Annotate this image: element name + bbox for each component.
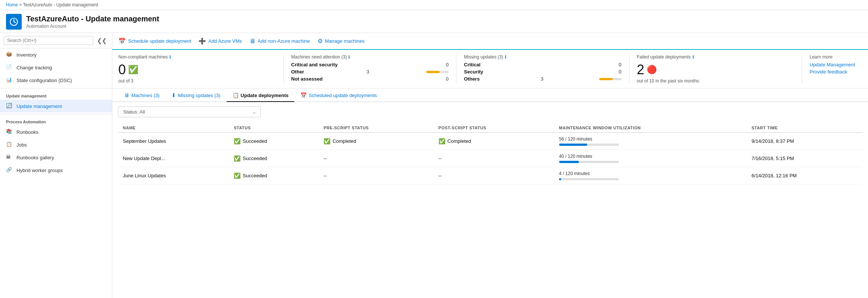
failed-count: 2 bbox=[637, 62, 644, 78]
missing-updates-info-icon[interactable]: ℹ bbox=[505, 54, 507, 60]
row2-post-script: -- bbox=[434, 150, 555, 167]
learn-more-title: Learn more bbox=[810, 54, 862, 60]
row2-name: New Update Depl... bbox=[118, 150, 229, 167]
tab-machines[interactable]: 🖥 Machines (3) bbox=[118, 88, 166, 102]
row1-start-time: 9/14/2018, 8:37 PM bbox=[747, 133, 862, 150]
missing-row-security: Security 0 bbox=[464, 69, 622, 75]
row3-start-time: 6/14/2018, 12:16 PM bbox=[747, 167, 862, 184]
row1-maintenance: 56 / 120 minutes bbox=[555, 133, 747, 150]
sidebar-item-inventory[interactable]: 📦 Inventory bbox=[0, 48, 112, 61]
tab-scheduled-icon: 📅 bbox=[300, 92, 307, 98]
row1-post-script: ✅ Completed bbox=[434, 133, 555, 150]
row1-pre-icon: ✅ bbox=[324, 138, 331, 145]
row1-post-icon: ✅ bbox=[438, 138, 446, 145]
non-compliant-out-of: out of 3 bbox=[118, 78, 276, 84]
row1-post-text: Completed bbox=[447, 138, 471, 144]
row1-pre-text: Completed bbox=[333, 138, 356, 144]
row3-post-script: -- bbox=[434, 167, 555, 184]
attention-other-label: Other bbox=[291, 69, 304, 75]
sidebar: ❮❮ 📦 Inventory 📄 Change tracking 📊 State… bbox=[0, 33, 112, 298]
add-azure-vms-button[interactable]: ➕ Add Azure VMs bbox=[198, 36, 242, 46]
update-management-link[interactable]: Update Management bbox=[810, 62, 862, 67]
missing-critical-label: Critical bbox=[464, 62, 480, 67]
missing-security-label: Security bbox=[464, 69, 483, 75]
status-filter-chevron-icon: ⌵ bbox=[253, 109, 256, 115]
missing-others-bar bbox=[599, 78, 622, 80]
add-non-azure-button[interactable]: 🖥 Add non-Azure machine bbox=[249, 36, 310, 46]
missing-row-critical: Critical 0 bbox=[464, 62, 622, 67]
attention-row-other: Other 3 bbox=[291, 69, 449, 75]
attention-row-notassessed: Not assessed 0 bbox=[291, 76, 449, 82]
tab-machines-label: Machines (3) bbox=[131, 93, 160, 98]
col-pre-script: PRE-SCRIPT STATUS bbox=[319, 123, 434, 133]
sidebar-item-update-management[interactable]: 🔄 Update management bbox=[0, 100, 112, 112]
row1-progress-bar bbox=[559, 144, 619, 146]
provide-feedback-link[interactable]: Provide feedback bbox=[810, 69, 862, 75]
sidebar-label-runbooks-gallery: Runbooks gallery bbox=[16, 155, 54, 160]
search-input[interactable] bbox=[4, 36, 93, 45]
add-azure-vms-icon: ➕ bbox=[198, 37, 206, 45]
sidebar-section-update-management: Update management bbox=[0, 90, 112, 100]
attention-critical-val: 0 bbox=[437, 62, 449, 67]
sidebar-item-runbooks-gallery[interactable]: 🏛 Runbooks gallery bbox=[0, 151, 112, 164]
row2-status: ✅ Succeeded bbox=[229, 150, 319, 167]
manage-machines-button[interactable]: ⚙ Manage machines bbox=[318, 36, 365, 46]
breadcrumb-home[interactable]: Home bbox=[6, 2, 18, 7]
breadcrumb-sep: > bbox=[19, 2, 22, 7]
breadcrumb: Home > TestAzureAuto - Update management bbox=[0, 0, 868, 10]
page-header-icon bbox=[6, 14, 22, 30]
tab-update-deployments[interactable]: 📋 Update deployments bbox=[227, 88, 295, 102]
breadcrumb-current: TestAzureAuto - Update management bbox=[23, 2, 98, 7]
row1-progress-fill bbox=[559, 144, 587, 146]
row2-status-icon: ✅ bbox=[234, 155, 241, 162]
table-body: September Updates ✅ Succeeded ✅ Complete… bbox=[118, 133, 862, 184]
sidebar-item-state-config[interactable]: 📊 State configuration (DSC) bbox=[0, 74, 112, 87]
page-header: TestAzureAuto - Update management Automa… bbox=[0, 10, 868, 33]
col-maintenance: MAINTENANCE WINDOW UTILIZATION bbox=[555, 123, 747, 133]
row2-maintenance: 40 / 120 minutes bbox=[555, 150, 747, 167]
tabs: 🖥 Machines (3) ⬇ Missing updates (3) 📋 U… bbox=[112, 88, 868, 102]
row3-pre-script: -- bbox=[319, 167, 434, 184]
row3-maintenance-label: 4 / 120 minutes bbox=[559, 171, 743, 176]
attention-other-val: 3 bbox=[358, 69, 369, 75]
table-header: NAME STATUS PRE-SCRIPT STATUS POST-SCRIP… bbox=[118, 123, 862, 133]
row2-progress-fill bbox=[559, 161, 579, 163]
status-filter-text: Status: All bbox=[123, 109, 145, 115]
missing-row-others: Others 3 bbox=[464, 76, 622, 82]
row1-status: ✅ Succeeded bbox=[229, 133, 319, 150]
machines-attention-info-icon[interactable]: ℹ bbox=[348, 54, 350, 60]
attention-notassessed-label: Not assessed bbox=[291, 76, 323, 82]
tab-scheduled-updates[interactable]: 📅 Scheduled update deployments bbox=[294, 88, 383, 102]
sidebar-item-runbooks[interactable]: 📚 Runbooks bbox=[0, 126, 112, 138]
sidebar-item-change-tracking[interactable]: 📄 Change tracking bbox=[0, 61, 112, 74]
table-row[interactable]: September Updates ✅ Succeeded ✅ Complete… bbox=[118, 133, 862, 150]
table-row[interactable]: June Linux Updates ✅ Succeeded -- -- 4 /… bbox=[118, 167, 862, 184]
schedule-update-button[interactable]: 📅 Schedule update deployment bbox=[118, 36, 191, 46]
attention-row-critical: Critical and security 0 bbox=[291, 62, 449, 67]
deployments-table: NAME STATUS PRE-SCRIPT STATUS POST-SCRIP… bbox=[118, 123, 862, 184]
row3-progress-fill bbox=[559, 178, 561, 180]
missing-updates-title: Missing updates (3) bbox=[464, 54, 503, 60]
manage-machines-label: Manage machines bbox=[325, 38, 365, 44]
row1-maintenance-label: 56 / 120 minutes bbox=[559, 136, 743, 142]
add-non-azure-icon: 🖥 bbox=[249, 38, 255, 45]
schedule-update-label: Schedule update deployment bbox=[128, 38, 191, 44]
sidebar-label-runbooks: Runbooks bbox=[16, 129, 39, 135]
failed-deployments-info-icon[interactable]: ℹ bbox=[692, 54, 694, 60]
missing-others-label: Others bbox=[464, 76, 480, 82]
tab-missing-updates[interactable]: ⬇ Missing updates (3) bbox=[166, 88, 226, 102]
row1-pre-script: ✅ Completed bbox=[319, 133, 434, 150]
sidebar-label-hybrid-worker: Hybrid worker groups bbox=[16, 168, 63, 173]
runbooks-gallery-icon: 🏛 bbox=[6, 154, 13, 161]
failed-deployments-card: Failed update deployments ℹ 2 🔴 out of 1… bbox=[629, 54, 802, 84]
sidebar-collapse-button[interactable]: ❮❮ bbox=[95, 36, 108, 45]
sidebar-item-hybrid-worker-groups[interactable]: 🔗 Hybrid worker groups bbox=[0, 164, 112, 177]
status-filter[interactable]: Status: All ⌵ bbox=[118, 106, 261, 117]
non-compliant-info-icon[interactable]: ℹ bbox=[169, 54, 171, 60]
main-content: 📅 Schedule update deployment ➕ Add Azure… bbox=[112, 33, 868, 298]
tab-update-deployments-label: Update deployments bbox=[241, 93, 289, 98]
table-row[interactable]: New Update Depl... ✅ Succeeded -- -- 40 … bbox=[118, 150, 862, 167]
sidebar-divider-2 bbox=[0, 114, 112, 114]
sidebar-item-jobs[interactable]: 📋 Jobs bbox=[0, 138, 112, 151]
sidebar-label-update-management: Update management bbox=[16, 103, 62, 109]
